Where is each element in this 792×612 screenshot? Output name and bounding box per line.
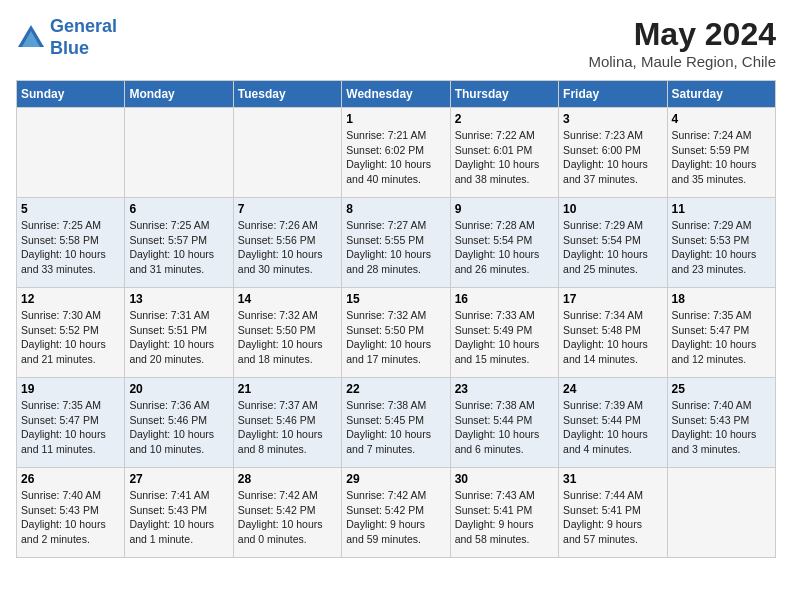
day-info: Sunrise: 7:42 AM Sunset: 5:42 PM Dayligh…: [346, 488, 445, 547]
calendar-cell: 31Sunrise: 7:44 AM Sunset: 5:41 PM Dayli…: [559, 468, 667, 558]
day-number: 2: [455, 112, 554, 126]
day-info: Sunrise: 7:41 AM Sunset: 5:43 PM Dayligh…: [129, 488, 228, 547]
day-number: 11: [672, 202, 771, 216]
calendar-cell: 27Sunrise: 7:41 AM Sunset: 5:43 PM Dayli…: [125, 468, 233, 558]
col-header-monday: Monday: [125, 81, 233, 108]
day-info: Sunrise: 7:29 AM Sunset: 5:54 PM Dayligh…: [563, 218, 662, 277]
day-number: 23: [455, 382, 554, 396]
day-info: Sunrise: 7:35 AM Sunset: 5:47 PM Dayligh…: [672, 308, 771, 367]
day-number: 29: [346, 472, 445, 486]
day-number: 28: [238, 472, 337, 486]
day-number: 3: [563, 112, 662, 126]
day-info: Sunrise: 7:36 AM Sunset: 5:46 PM Dayligh…: [129, 398, 228, 457]
calendar-cell: 24Sunrise: 7:39 AM Sunset: 5:44 PM Dayli…: [559, 378, 667, 468]
month-title: May 2024: [588, 16, 776, 53]
col-header-wednesday: Wednesday: [342, 81, 450, 108]
day-number: 20: [129, 382, 228, 396]
col-header-thursday: Thursday: [450, 81, 558, 108]
day-info: Sunrise: 7:29 AM Sunset: 5:53 PM Dayligh…: [672, 218, 771, 277]
week-row-5: 26Sunrise: 7:40 AM Sunset: 5:43 PM Dayli…: [17, 468, 776, 558]
calendar-cell: 11Sunrise: 7:29 AM Sunset: 5:53 PM Dayli…: [667, 198, 775, 288]
day-number: 21: [238, 382, 337, 396]
day-info: Sunrise: 7:27 AM Sunset: 5:55 PM Dayligh…: [346, 218, 445, 277]
day-number: 1: [346, 112, 445, 126]
calendar-cell: 9Sunrise: 7:28 AM Sunset: 5:54 PM Daylig…: [450, 198, 558, 288]
day-info: Sunrise: 7:30 AM Sunset: 5:52 PM Dayligh…: [21, 308, 120, 367]
calendar-cell: 4Sunrise: 7:24 AM Sunset: 5:59 PM Daylig…: [667, 108, 775, 198]
calendar-cell: 26Sunrise: 7:40 AM Sunset: 5:43 PM Dayli…: [17, 468, 125, 558]
day-info: Sunrise: 7:22 AM Sunset: 6:01 PM Dayligh…: [455, 128, 554, 187]
col-header-friday: Friday: [559, 81, 667, 108]
day-info: Sunrise: 7:32 AM Sunset: 5:50 PM Dayligh…: [346, 308, 445, 367]
day-number: 27: [129, 472, 228, 486]
logo-icon: [16, 23, 46, 53]
day-info: Sunrise: 7:37 AM Sunset: 5:46 PM Dayligh…: [238, 398, 337, 457]
calendar-cell: 21Sunrise: 7:37 AM Sunset: 5:46 PM Dayli…: [233, 378, 341, 468]
day-number: 5: [21, 202, 120, 216]
calendar-cell: 7Sunrise: 7:26 AM Sunset: 5:56 PM Daylig…: [233, 198, 341, 288]
day-info: Sunrise: 7:32 AM Sunset: 5:50 PM Dayligh…: [238, 308, 337, 367]
calendar-cell: 16Sunrise: 7:33 AM Sunset: 5:49 PM Dayli…: [450, 288, 558, 378]
calendar-cell: 14Sunrise: 7:32 AM Sunset: 5:50 PM Dayli…: [233, 288, 341, 378]
calendar-cell: 5Sunrise: 7:25 AM Sunset: 5:58 PM Daylig…: [17, 198, 125, 288]
day-number: 9: [455, 202, 554, 216]
day-info: Sunrise: 7:43 AM Sunset: 5:41 PM Dayligh…: [455, 488, 554, 547]
day-number: 31: [563, 472, 662, 486]
day-info: Sunrise: 7:35 AM Sunset: 5:47 PM Dayligh…: [21, 398, 120, 457]
day-number: 13: [129, 292, 228, 306]
calendar-cell: 6Sunrise: 7:25 AM Sunset: 5:57 PM Daylig…: [125, 198, 233, 288]
calendar-cell: [667, 468, 775, 558]
calendar-cell: 30Sunrise: 7:43 AM Sunset: 5:41 PM Dayli…: [450, 468, 558, 558]
title-block: May 2024 Molina, Maule Region, Chile: [588, 16, 776, 70]
calendar-cell: 10Sunrise: 7:29 AM Sunset: 5:54 PM Dayli…: [559, 198, 667, 288]
calendar-cell: 18Sunrise: 7:35 AM Sunset: 5:47 PM Dayli…: [667, 288, 775, 378]
location: Molina, Maule Region, Chile: [588, 53, 776, 70]
day-info: Sunrise: 7:38 AM Sunset: 5:45 PM Dayligh…: [346, 398, 445, 457]
week-row-4: 19Sunrise: 7:35 AM Sunset: 5:47 PM Dayli…: [17, 378, 776, 468]
calendar-cell: 8Sunrise: 7:27 AM Sunset: 5:55 PM Daylig…: [342, 198, 450, 288]
calendar-cell: 23Sunrise: 7:38 AM Sunset: 5:44 PM Dayli…: [450, 378, 558, 468]
day-number: 7: [238, 202, 337, 216]
day-number: 25: [672, 382, 771, 396]
day-info: Sunrise: 7:24 AM Sunset: 5:59 PM Dayligh…: [672, 128, 771, 187]
day-number: 16: [455, 292, 554, 306]
calendar-cell: 20Sunrise: 7:36 AM Sunset: 5:46 PM Dayli…: [125, 378, 233, 468]
col-header-sunday: Sunday: [17, 81, 125, 108]
col-header-tuesday: Tuesday: [233, 81, 341, 108]
day-info: Sunrise: 7:33 AM Sunset: 5:49 PM Dayligh…: [455, 308, 554, 367]
day-number: 22: [346, 382, 445, 396]
day-number: 17: [563, 292, 662, 306]
week-row-2: 5Sunrise: 7:25 AM Sunset: 5:58 PM Daylig…: [17, 198, 776, 288]
day-number: 10: [563, 202, 662, 216]
day-number: 30: [455, 472, 554, 486]
day-info: Sunrise: 7:44 AM Sunset: 5:41 PM Dayligh…: [563, 488, 662, 547]
calendar-cell: 12Sunrise: 7:30 AM Sunset: 5:52 PM Dayli…: [17, 288, 125, 378]
calendar-cell: [125, 108, 233, 198]
calendar-cell: 2Sunrise: 7:22 AM Sunset: 6:01 PM Daylig…: [450, 108, 558, 198]
day-info: Sunrise: 7:26 AM Sunset: 5:56 PM Dayligh…: [238, 218, 337, 277]
calendar-cell: 28Sunrise: 7:42 AM Sunset: 5:42 PM Dayli…: [233, 468, 341, 558]
calendar-cell: 13Sunrise: 7:31 AM Sunset: 5:51 PM Dayli…: [125, 288, 233, 378]
day-number: 8: [346, 202, 445, 216]
calendar-cell: [233, 108, 341, 198]
day-number: 14: [238, 292, 337, 306]
page-header: General Blue May 2024 Molina, Maule Regi…: [16, 16, 776, 70]
day-info: Sunrise: 7:40 AM Sunset: 5:43 PM Dayligh…: [672, 398, 771, 457]
calendar-cell: 22Sunrise: 7:38 AM Sunset: 5:45 PM Dayli…: [342, 378, 450, 468]
day-number: 6: [129, 202, 228, 216]
week-row-1: 1Sunrise: 7:21 AM Sunset: 6:02 PM Daylig…: [17, 108, 776, 198]
calendar-cell: 1Sunrise: 7:21 AM Sunset: 6:02 PM Daylig…: [342, 108, 450, 198]
calendar-cell: [17, 108, 125, 198]
day-info: Sunrise: 7:34 AM Sunset: 5:48 PM Dayligh…: [563, 308, 662, 367]
day-number: 18: [672, 292, 771, 306]
day-number: 4: [672, 112, 771, 126]
day-info: Sunrise: 7:40 AM Sunset: 5:43 PM Dayligh…: [21, 488, 120, 547]
calendar-cell: 3Sunrise: 7:23 AM Sunset: 6:00 PM Daylig…: [559, 108, 667, 198]
day-info: Sunrise: 7:25 AM Sunset: 5:58 PM Dayligh…: [21, 218, 120, 277]
day-number: 24: [563, 382, 662, 396]
day-info: Sunrise: 7:38 AM Sunset: 5:44 PM Dayligh…: [455, 398, 554, 457]
logo: General Blue: [16, 16, 117, 59]
calendar-cell: 19Sunrise: 7:35 AM Sunset: 5:47 PM Dayli…: [17, 378, 125, 468]
calendar-cell: 17Sunrise: 7:34 AM Sunset: 5:48 PM Dayli…: [559, 288, 667, 378]
week-row-3: 12Sunrise: 7:30 AM Sunset: 5:52 PM Dayli…: [17, 288, 776, 378]
